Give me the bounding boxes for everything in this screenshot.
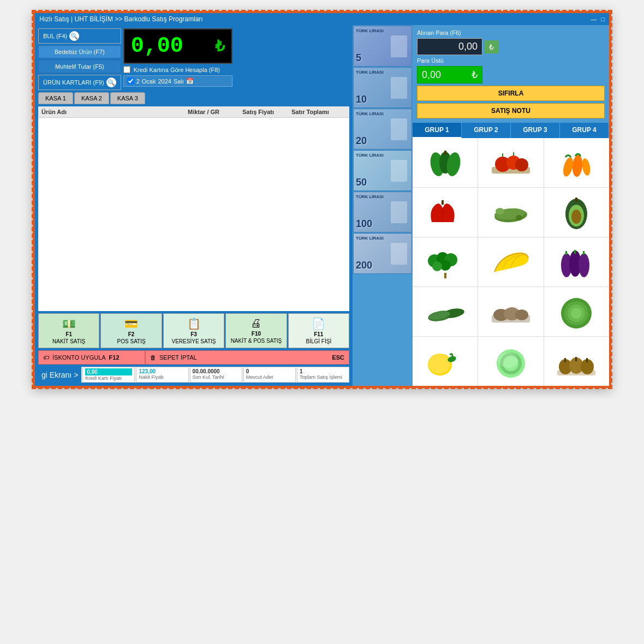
last-use-label: Son Kul. Tarihi: [193, 374, 240, 380]
title-bar: Hızlı Satış | UHT BİLİŞİM >> Barkodlu Sa…: [35, 13, 609, 25]
cash-price: 123,00: [139, 368, 186, 374]
grup-tab-1[interactable]: GRUP 1: [413, 123, 462, 138]
svg-point-20: [571, 210, 581, 224]
cash-sale-label: NAKİT SATIŞ: [52, 338, 85, 344]
cart-cancel-button[interactable]: 🗑 SEPET İPTAL ESC: [145, 350, 349, 365]
svg-point-11: [572, 154, 583, 177]
info-cell-4: 1 Toplam Satış İşlemi: [297, 367, 349, 383]
free-product-button[interactable]: Bedelsiz Ürün (F7): [38, 45, 121, 58]
product-eggplant[interactable]: [544, 237, 609, 287]
kasa-tab-2[interactable]: KASA 2: [74, 92, 109, 104]
info-slip-button[interactable]: 📄 F11 BİLGİ FİŞİ: [288, 313, 349, 348]
product-bananas[interactable]: [478, 237, 543, 287]
bill-amount-50: 50: [356, 177, 367, 188]
svg-point-51: [498, 353, 518, 368]
bill-portrait-100: [391, 201, 407, 223]
col-quantity: Miktar / GR: [188, 109, 242, 115]
misc-amount-button[interactable]: Muhtelif Tutar (F5): [38, 60, 121, 73]
product-carrots[interactable]: [544, 138, 609, 187]
product-zucchini[interactable]: [478, 188, 543, 237]
credit-price-label: Kredi Kartı Fiyatı: [85, 375, 132, 381]
bill-portrait-10: [391, 77, 407, 99]
minimize-btn[interactable]: —: [591, 16, 597, 22]
info-cell-3: 0 Mevcut Adet: [243, 367, 296, 383]
cash-pos-icon: 🖨: [251, 317, 261, 330]
product-tomatoes[interactable]: [478, 138, 543, 187]
info-cell-0: 0,00 Kredi Kartı Fiyatı: [82, 367, 135, 383]
bill-20[interactable]: 20 TÜRK LİRASI: [353, 109, 412, 150]
stock-label: Mevcut Adet: [246, 374, 293, 380]
currency-symbol: ₺: [215, 37, 225, 55]
lettuce-svg: [554, 294, 598, 330]
tomatoes-svg: [489, 145, 533, 181]
product-potatoes[interactable]: [478, 287, 543, 336]
kasa-tab-3[interactable]: KASA 3: [110, 92, 145, 104]
grup-tab-3[interactable]: GRUP 3: [511, 123, 560, 138]
money-panel: 5 TÜRK LİRASI 10 TÜRK LİRASI 20 TÜRK LİR…: [353, 25, 413, 386]
credit-card-row: Kredi Kartına Göre Hesapla (F8): [123, 66, 232, 73]
f1-key: F1: [65, 331, 72, 337]
product-cabbage[interactable]: [478, 337, 543, 386]
products-grid: [413, 138, 609, 386]
pos-sale-button[interactable]: 💳 F2 POS SATIŞ: [100, 313, 162, 348]
product-cards-button[interactable]: ÜRÜN KARTLARI (F9) 🔍: [38, 75, 121, 90]
scroll-left-btn[interactable]: gi Ekranı >: [38, 367, 81, 383]
grup-tab-4[interactable]: GRUP 4: [560, 123, 609, 138]
svg-rect-33: [583, 251, 585, 255]
product-lemon[interactable]: [413, 337, 478, 386]
change-currency: ₺: [472, 69, 478, 81]
left-panel: BUL (F4) 🔍 Bedelsiz Ürün (F7) Muhtelif T…: [35, 25, 353, 386]
bill-5[interactable]: 5 TÜRK LİRASI: [353, 26, 412, 67]
credit-sale-button[interactable]: 📋 F3 VERESİYE SATIŞ: [163, 313, 224, 348]
product-red-peppers[interactable]: [413, 188, 478, 237]
svg-rect-21: [575, 198, 577, 202]
date-checkbox[interactable]: [127, 77, 134, 85]
main-window: Hızlı Satış | UHT BİLİŞİM >> Barkodlu Sa…: [33, 11, 611, 388]
product-cucumber[interactable]: [413, 287, 478, 336]
svg-rect-13: [442, 200, 444, 205]
bill-portrait: [391, 35, 407, 57]
find-button[interactable]: BUL (F4) 🔍: [38, 28, 121, 44]
maximize-btn[interactable]: □: [601, 16, 605, 22]
lira-button[interactable]: ₺: [485, 40, 498, 53]
cash-icon: 💵: [62, 317, 76, 330]
discount-button[interactable]: 🏷 İSKONTO UYGULA F12: [38, 350, 145, 365]
reset-button[interactable]: SIFIRLA: [417, 86, 605, 101]
discount-label: İSKONTO UYGULA: [52, 354, 106, 361]
bill-10[interactable]: 10 TÜRK LİRASI: [353, 67, 412, 108]
product-green-peppers[interactable]: [413, 138, 478, 187]
bill-amount-20: 20: [356, 135, 367, 147]
received-input[interactable]: [417, 38, 482, 55]
f11-key: F11: [314, 331, 323, 337]
window-title: Hızlı Satış | UHT BİLİŞİM >> Barkodlu Sa…: [39, 15, 203, 23]
kasa-tab-1[interactable]: KASA 1: [38, 92, 73, 104]
table-header: Ürün Adı Miktar / GR Satış Fiyatı Satır …: [38, 106, 349, 118]
cash-pos-sale-button[interactable]: 🖨 F10 NAKİT & POS SATIŞ: [225, 313, 287, 348]
grup-tabs: GRUP 1 GRUP 2 GRUP 3 GRUP 4: [413, 123, 609, 138]
cabbage-svg: [489, 344, 533, 379]
search-icon: 🔍: [69, 31, 79, 41]
product-onions[interactable]: [544, 337, 609, 386]
cucumber-svg: [424, 294, 467, 330]
bill-portrait-200: [391, 243, 407, 265]
credit-card-checkbox[interactable]: [123, 66, 130, 73]
action-buttons: 💵 F1 NAKİT SATIŞ 💳 F2 POS SATIŞ 📋 F3 VER…: [38, 313, 349, 348]
product-parsley[interactable]: [413, 237, 478, 287]
pos-icon: 💳: [124, 317, 138, 330]
col-total: Satır Toplamı: [291, 109, 346, 115]
bill-100[interactable]: 100 TÜRK LİRASI: [353, 192, 412, 232]
product-lettuce[interactable]: [544, 287, 609, 336]
sales-note-button[interactable]: SATIŞ NOTU: [417, 103, 605, 118]
calendar-icon[interactable]: 📅: [186, 77, 194, 85]
potatoes-svg: [489, 294, 533, 330]
bill-portrait-50: [391, 160, 407, 182]
f10-key: F10: [252, 331, 261, 337]
cash-sale-button[interactable]: 💵 F1 NAKİT SATIŞ: [38, 313, 99, 348]
grup-tab-2[interactable]: GRUP 2: [462, 123, 511, 138]
bill-200[interactable]: 200 TÜRK LİRASI: [353, 233, 412, 274]
right-panel: Alınan Para (F6) ₺ Para Üstü 0,00 ₺ SIFI…: [413, 25, 609, 386]
bill-amount-100: 100: [356, 218, 372, 230]
product-avocado[interactable]: [544, 188, 609, 237]
esc-key: ESC: [332, 354, 344, 361]
bill-50[interactable]: 50 TÜRK LİRASI: [353, 150, 412, 191]
